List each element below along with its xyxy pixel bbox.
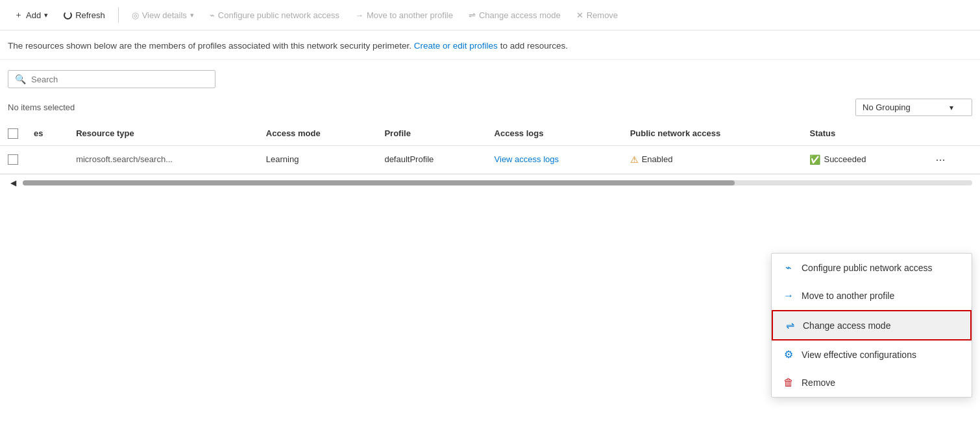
add-button[interactable]: ＋ Add ▾	[8, 5, 55, 25]
header-checkbox[interactable]	[8, 128, 18, 139]
row-checkbox[interactable]	[8, 154, 18, 165]
row-access-mode: Learning	[258, 145, 377, 173]
move-icon: →	[355, 10, 363, 20]
info-text-after: to add resources.	[500, 41, 568, 51]
row-es	[26, 145, 68, 173]
search-input[interactable]	[31, 75, 208, 84]
create-edit-profiles-link[interactable]: Create or edit profiles	[414, 41, 498, 51]
view-details-button[interactable]: ◎ View details ▾	[125, 6, 201, 24]
selection-row: No items selected No Grouping ▾	[0, 95, 980, 121]
row-profile: defaultProfile	[376, 145, 486, 173]
table-header-row: es Resource type Access mode Profile Acc…	[0, 121, 980, 145]
info-text-before: The resources shown below are the member…	[8, 41, 411, 51]
col-access-logs: Access logs	[487, 121, 622, 145]
remove-button[interactable]: ✕ Remove	[570, 6, 624, 24]
scroll-row: ◀	[0, 174, 980, 191]
add-chevron-icon: ▾	[44, 11, 48, 19]
info-bar: The resources shown below are the member…	[0, 30, 980, 60]
toolbar: ＋ Add ▾ Refresh ◎ View details ▾ ⌁ Confi…	[0, 0, 980, 30]
col-status: Status	[802, 121, 924, 145]
row-more-actions: ···	[924, 145, 980, 173]
remove-icon: ✕	[576, 10, 583, 20]
search-icon: 🔍	[15, 74, 26, 84]
col-resource-type: Resource type	[68, 121, 258, 145]
col-actions	[924, 121, 980, 145]
scroll-thumb	[23, 180, 735, 185]
add-icon: ＋	[14, 9, 23, 21]
grouping-dropdown[interactable]: No Grouping ▾	[855, 99, 972, 116]
configure-button[interactable]: ⌁ Configure public network access	[203, 6, 346, 24]
move-button[interactable]: → Move to another profile	[349, 6, 459, 24]
col-access-mode: Access mode	[258, 121, 377, 145]
table-row: microsoft.search/search... Learning defa…	[0, 145, 980, 173]
row-status: ✅ Succeeded	[802, 145, 924, 173]
row-public-network: ⚠ Enabled	[622, 145, 802, 173]
warning-icon: ⚠	[630, 154, 639, 165]
view-details-icon: ◎	[132, 10, 139, 20]
change-access-button[interactable]: ⇌ Change access mode	[462, 6, 567, 24]
change-access-icon: ⇌	[469, 10, 476, 20]
row-checkbox-cell	[0, 145, 26, 173]
refresh-button[interactable]: Refresh	[57, 6, 112, 24]
grouping-label: No Grouping	[863, 102, 911, 112]
no-items-label: No items selected	[8, 102, 75, 112]
row-access-logs: View access logs	[487, 145, 622, 173]
table-container: es Resource type Access mode Profile Acc…	[0, 121, 980, 191]
row-resource-type: microsoft.search/search...	[68, 145, 258, 173]
col-public-network: Public network access	[622, 121, 802, 145]
view-details-chevron-icon: ▾	[190, 11, 194, 19]
col-es: es	[26, 121, 68, 145]
success-icon: ✅	[809, 154, 820, 165]
search-box: 🔍	[8, 70, 215, 88]
view-access-logs-link[interactable]: View access logs	[495, 154, 559, 164]
more-actions-button[interactable]: ···	[932, 152, 949, 167]
search-bar-area: 🔍	[0, 60, 980, 95]
scroll-track	[23, 180, 972, 185]
scroll-left-button[interactable]: ◀	[8, 177, 19, 189]
grouping-chevron-icon: ▾	[949, 103, 953, 112]
refresh-icon	[64, 11, 72, 19]
col-checkbox	[0, 121, 26, 145]
toolbar-divider	[118, 7, 119, 23]
configure-icon: ⌁	[210, 10, 215, 20]
resources-table: es Resource type Access mode Profile Acc…	[0, 121, 980, 174]
col-profile: Profile	[376, 121, 486, 145]
